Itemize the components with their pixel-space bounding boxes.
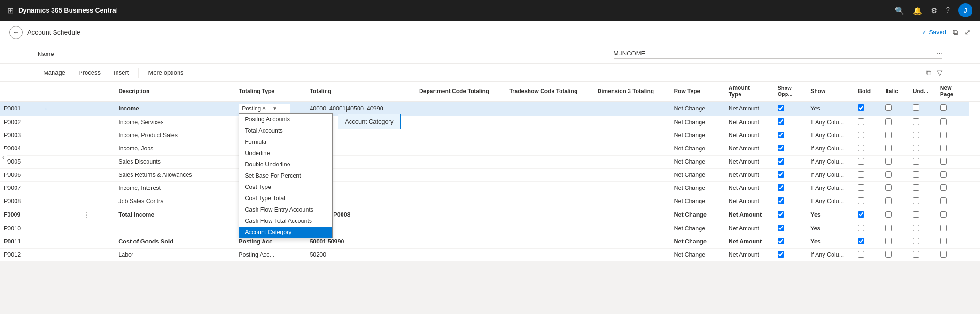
newpage-checkbox[interactable] [940,171,947,178]
table-row[interactable]: P0005 Sales Discounts Net Change Net Amo… [0,155,980,168]
newpage-cell[interactable] [936,155,969,168]
newpage-checkbox[interactable] [940,145,947,151]
dropdown-item-double-underline[interactable]: Double Underline [239,159,332,170]
bold-cell[interactable] [854,195,881,208]
italic-checkbox[interactable] [885,118,892,125]
und-cell[interactable] [909,142,936,155]
bold-checkbox[interactable] [858,158,864,165]
table-row[interactable]: P0003 Income, Product Sales Net Change N… [0,129,980,142]
bold-checkbox[interactable] [858,145,864,151]
italic-cell[interactable] [881,235,909,248]
insert-button[interactable]: Insert [108,67,135,78]
col-header-bold[interactable]: Bold [854,82,881,101]
newpage-checkbox[interactable] [940,132,947,138]
italic-cell[interactable] [881,129,909,142]
und-cell[interactable] [909,195,936,208]
newpage-cell[interactable] [936,101,969,116]
newpage-checkbox[interactable] [940,225,947,231]
col-header-und[interactable]: Und... [909,82,936,101]
newpage-cell[interactable] [936,168,969,181]
newpage-checkbox[interactable] [940,118,947,125]
col-header-italic[interactable]: Italic [881,82,909,101]
und-checkbox[interactable] [913,132,919,138]
und-cell[interactable] [909,116,936,129]
side-nav-arrow-left[interactable]: ‹ [0,149,7,165]
dropdown-trigger[interactable]: Posting A... ▼ [239,104,290,113]
process-button[interactable]: Process [73,67,106,78]
row-context-menu-icon[interactable]: ⋮ [80,104,92,112]
showopp-cell[interactable] [774,222,807,235]
showopp-cell[interactable] [774,195,807,208]
newpage-cell[interactable] [936,116,969,129]
italic-checkbox[interactable] [885,145,892,151]
bold-cell[interactable] [854,208,881,222]
italic-checkbox[interactable] [885,104,892,111]
manage-button[interactable]: Manage [38,67,71,78]
bold-cell[interactable] [854,248,881,261]
und-checkbox[interactable] [913,225,919,231]
dropdown-item-total-accounts[interactable]: Total Accounts [239,125,332,136]
italic-checkbox[interactable] [885,211,892,218]
newpage-cell[interactable] [936,222,969,235]
search-icon[interactable]: 🔍 [895,6,904,15]
dropdown-item-cost-type[interactable]: Cost Type [239,181,332,193]
italic-checkbox[interactable] [885,132,892,138]
table-row[interactable]: P0006 Sales Returns & Allowances Net Cha… [0,168,980,181]
bold-checkbox[interactable] [858,118,864,125]
und-checkbox[interactable] [913,238,919,244]
showopp-cell[interactable] [774,181,807,195]
showopp-checkbox[interactable] [778,251,784,258]
showopp-checkbox[interactable] [778,184,784,191]
table-row[interactable]: P0002 Income, Services Net Change Net Am… [0,116,980,129]
table-row[interactable]: P0012 Labor Posting Acc... 50200 Net Cha… [0,248,980,261]
col-header-totaling[interactable]: Totaling [306,82,415,101]
table-row[interactable]: P0011 Cost of Goods Sold Posting Acc... … [0,235,980,248]
italic-checkbox[interactable] [885,158,892,165]
und-checkbox[interactable] [913,251,919,258]
bold-checkbox[interactable] [858,238,864,244]
und-cell[interactable] [909,155,936,168]
bold-checkbox[interactable] [858,225,864,231]
bold-checkbox[interactable] [858,251,864,258]
col-header-dim3[interactable]: Dimension 3 Totaling [594,82,670,101]
bold-cell[interactable] [854,222,881,235]
italic-cell[interactable] [881,155,909,168]
showopp-cell[interactable] [774,129,807,142]
showopp-cell[interactable] [774,235,807,248]
col-header-dept[interactable]: Department Code Totaling [415,82,506,101]
col-header-rowtype[interactable]: Row Type [670,82,724,101]
newpage-cell[interactable] [936,142,969,155]
newpage-cell[interactable] [936,195,969,208]
name-more-button[interactable]: ··· [936,49,942,57]
row-dots-cell[interactable]: ⋮ [77,208,115,222]
col-header-show[interactable]: Show [807,82,854,101]
und-cell[interactable] [909,168,936,181]
und-cell[interactable] [909,101,936,116]
bold-checkbox[interactable] [858,132,864,138]
dropdown-item-cashflow-total[interactable]: Cash Flow Total Accounts [239,215,332,227]
newpage-checkbox[interactable] [940,251,947,258]
und-cell[interactable] [909,222,936,235]
showopp-checkbox[interactable] [778,145,784,151]
italic-cell[interactable] [881,168,909,181]
italic-checkbox[interactable] [885,171,892,178]
italic-checkbox[interactable] [885,251,892,258]
help-icon[interactable]: ? [946,6,950,15]
italic-cell[interactable] [881,248,909,261]
showopp-checkbox[interactable] [778,197,784,204]
waffle-icon[interactable]: ⊞ [8,6,14,15]
bold-checkbox[interactable] [858,197,864,204]
newpage-cell[interactable] [936,208,969,222]
bold-cell[interactable] [854,235,881,248]
table-row[interactable]: P0004 Income, Jobs Net Change Net Amount… [0,142,980,155]
und-cell[interactable] [909,248,936,261]
bold-checkbox[interactable] [858,211,864,218]
bold-checkbox[interactable] [858,104,864,111]
und-checkbox[interactable] [913,104,919,111]
und-cell[interactable] [909,235,936,248]
expand-icon[interactable]: ⤢ [964,28,971,37]
notification-icon[interactable]: 🔔 [913,6,922,15]
bold-cell[interactable] [854,101,881,116]
showopp-checkbox[interactable] [778,118,784,125]
row-dots-cell[interactable]: ⋮ [77,101,115,116]
